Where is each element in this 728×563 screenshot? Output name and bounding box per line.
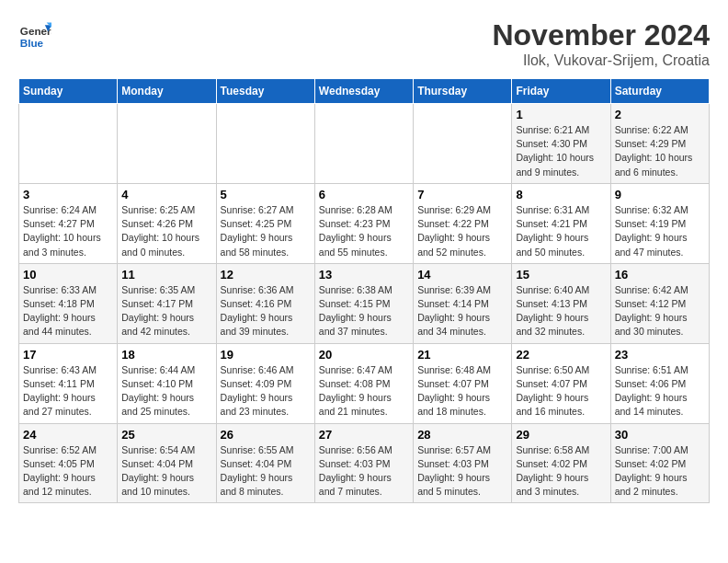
- day-number: 17: [23, 348, 113, 362]
- day-number: 9: [615, 188, 705, 201]
- calendar-header-cell: Thursday: [414, 79, 512, 104]
- day-info: Sunrise: 6:52 AM Sunset: 4:05 PM Dayligh…: [23, 443, 113, 500]
- logo: General Blue: [18, 18, 51, 52]
- calendar-header-cell: Friday: [512, 79, 610, 104]
- day-number: 21: [417, 348, 507, 362]
- calendar-header-cell: Saturday: [610, 79, 709, 104]
- day-info: Sunrise: 6:39 AM Sunset: 4:14 PM Dayligh…: [417, 283, 507, 339]
- calendar-week-row: 3Sunrise: 6:24 AM Sunset: 4:27 PM Daylig…: [19, 183, 710, 263]
- calendar-cell: 6Sunrise: 6:28 AM Sunset: 4:23 PM Daylig…: [314, 183, 413, 263]
- day-number: 29: [516, 428, 606, 442]
- day-info: Sunrise: 6:28 AM Sunset: 4:23 PM Dayligh…: [319, 203, 409, 259]
- header: General Blue November 2024 Ilok, Vukovar…: [18, 18, 710, 69]
- day-number: 27: [319, 428, 409, 442]
- day-number: 25: [121, 428, 211, 442]
- day-info: Sunrise: 6:35 AM Sunset: 4:17 PM Dayligh…: [121, 283, 211, 339]
- calendar-header-cell: Tuesday: [216, 79, 314, 104]
- calendar-cell: 29Sunrise: 6:58 AM Sunset: 4:02 PM Dayli…: [512, 423, 610, 503]
- day-info: Sunrise: 6:21 AM Sunset: 4:30 PM Dayligh…: [516, 123, 606, 179]
- day-info: Sunrise: 6:55 AM Sunset: 4:04 PM Dayligh…: [221, 443, 311, 500]
- logo-icon: General Blue: [18, 18, 51, 52]
- calendar-cell: 5Sunrise: 6:27 AM Sunset: 4:25 PM Daylig…: [216, 183, 314, 263]
- calendar-cell: 19Sunrise: 6:46 AM Sunset: 4:09 PM Dayli…: [216, 343, 314, 423]
- calendar-cell: 20Sunrise: 6:47 AM Sunset: 4:08 PM Dayli…: [314, 343, 413, 423]
- calendar-header-cell: Sunday: [19, 79, 118, 104]
- day-info: Sunrise: 6:43 AM Sunset: 4:11 PM Dayligh…: [23, 363, 113, 419]
- day-number: 19: [221, 348, 311, 362]
- day-info: Sunrise: 6:22 AM Sunset: 4:29 PM Dayligh…: [615, 123, 705, 179]
- day-number: 18: [121, 348, 211, 362]
- calendar-cell: 11Sunrise: 6:35 AM Sunset: 4:17 PM Dayli…: [118, 263, 216, 343]
- day-info: Sunrise: 6:32 AM Sunset: 4:19 PM Dayligh…: [615, 203, 705, 259]
- calendar-week-row: 10Sunrise: 6:33 AM Sunset: 4:18 PM Dayli…: [19, 263, 710, 343]
- calendar-header-cell: Wednesday: [314, 79, 413, 104]
- calendar-cell: 8Sunrise: 6:31 AM Sunset: 4:21 PM Daylig…: [512, 183, 610, 263]
- calendar-cell: 1Sunrise: 6:21 AM Sunset: 4:30 PM Daylig…: [512, 104, 610, 184]
- day-info: Sunrise: 6:46 AM Sunset: 4:09 PM Dayligh…: [221, 363, 311, 419]
- day-info: Sunrise: 6:47 AM Sunset: 4:08 PM Dayligh…: [319, 363, 409, 419]
- day-info: Sunrise: 6:58 AM Sunset: 4:02 PM Dayligh…: [516, 443, 606, 500]
- calendar-cell: 13Sunrise: 6:38 AM Sunset: 4:15 PM Dayli…: [314, 263, 413, 343]
- calendar-cell: 24Sunrise: 6:52 AM Sunset: 4:05 PM Dayli…: [19, 423, 118, 503]
- day-number: 3: [23, 188, 113, 201]
- day-info: Sunrise: 6:33 AM Sunset: 4:18 PM Dayligh…: [23, 283, 113, 339]
- calendar-cell: 9Sunrise: 6:32 AM Sunset: 4:19 PM Daylig…: [610, 183, 709, 263]
- day-info: Sunrise: 7:00 AM Sunset: 4:02 PM Dayligh…: [615, 443, 705, 500]
- day-number: 15: [516, 268, 606, 282]
- day-number: 6: [319, 188, 409, 201]
- calendar-cell: 12Sunrise: 6:36 AM Sunset: 4:16 PM Dayli…: [216, 263, 314, 343]
- day-info: Sunrise: 6:24 AM Sunset: 4:27 PM Dayligh…: [23, 203, 113, 259]
- day-number: 7: [417, 188, 507, 201]
- calendar-cell: 4Sunrise: 6:25 AM Sunset: 4:26 PM Daylig…: [118, 183, 216, 263]
- calendar-cell: 18Sunrise: 6:44 AM Sunset: 4:10 PM Dayli…: [118, 343, 216, 423]
- day-info: Sunrise: 6:48 AM Sunset: 4:07 PM Dayligh…: [417, 363, 507, 419]
- day-number: 16: [615, 268, 705, 282]
- calendar-cell: 10Sunrise: 6:33 AM Sunset: 4:18 PM Dayli…: [19, 263, 118, 343]
- calendar-cell: [216, 104, 314, 184]
- calendar-week-row: 17Sunrise: 6:43 AM Sunset: 4:11 PM Dayli…: [19, 343, 710, 423]
- calendar-cell: 17Sunrise: 6:43 AM Sunset: 4:11 PM Dayli…: [19, 343, 118, 423]
- calendar-cell: 3Sunrise: 6:24 AM Sunset: 4:27 PM Daylig…: [19, 183, 118, 263]
- day-info: Sunrise: 6:25 AM Sunset: 4:26 PM Dayligh…: [121, 203, 211, 259]
- day-number: 26: [221, 428, 311, 442]
- location-subtitle: Ilok, Vukovar-Srijem, Croatia: [492, 52, 710, 69]
- day-number: 5: [221, 188, 311, 201]
- calendar-cell: 28Sunrise: 6:57 AM Sunset: 4:03 PM Dayli…: [414, 423, 512, 503]
- day-number: 13: [319, 268, 409, 282]
- day-number: 10: [23, 268, 113, 282]
- calendar-cell: [118, 104, 216, 184]
- calendar-cell: 21Sunrise: 6:48 AM Sunset: 4:07 PM Dayli…: [414, 343, 512, 423]
- calendar-cell: [414, 104, 512, 184]
- day-info: Sunrise: 6:51 AM Sunset: 4:06 PM Dayligh…: [615, 363, 705, 419]
- day-number: 2: [615, 108, 705, 121]
- day-number: 1: [516, 108, 606, 121]
- month-title: November 2024: [492, 18, 710, 52]
- day-number: 14: [417, 268, 507, 282]
- day-info: Sunrise: 6:50 AM Sunset: 4:07 PM Dayligh…: [516, 363, 606, 419]
- calendar-cell: 2Sunrise: 6:22 AM Sunset: 4:29 PM Daylig…: [610, 104, 709, 184]
- svg-text:Blue: Blue: [20, 37, 44, 49]
- calendar-table: SundayMondayTuesdayWednesdayThursdayFrid…: [18, 78, 710, 503]
- day-number: 24: [23, 428, 113, 442]
- calendar-cell: [314, 104, 413, 184]
- calendar-cell: [19, 104, 118, 184]
- day-number: 4: [121, 188, 211, 201]
- day-number: 8: [516, 188, 606, 201]
- day-info: Sunrise: 6:42 AM Sunset: 4:12 PM Dayligh…: [615, 283, 705, 339]
- calendar-cell: 27Sunrise: 6:56 AM Sunset: 4:03 PM Dayli…: [314, 423, 413, 503]
- calendar-week-row: 1Sunrise: 6:21 AM Sunset: 4:30 PM Daylig…: [19, 104, 710, 184]
- day-number: 28: [417, 428, 507, 442]
- day-number: 12: [221, 268, 311, 282]
- day-number: 23: [615, 348, 705, 362]
- day-info: Sunrise: 6:27 AM Sunset: 4:25 PM Dayligh…: [221, 203, 311, 259]
- day-info: Sunrise: 6:29 AM Sunset: 4:22 PM Dayligh…: [417, 203, 507, 259]
- calendar-cell: 23Sunrise: 6:51 AM Sunset: 4:06 PM Dayli…: [610, 343, 709, 423]
- day-info: Sunrise: 6:40 AM Sunset: 4:13 PM Dayligh…: [516, 283, 606, 339]
- day-info: Sunrise: 6:36 AM Sunset: 4:16 PM Dayligh…: [221, 283, 311, 339]
- day-number: 22: [516, 348, 606, 362]
- day-info: Sunrise: 6:54 AM Sunset: 4:04 PM Dayligh…: [121, 443, 211, 500]
- day-info: Sunrise: 6:56 AM Sunset: 4:03 PM Dayligh…: [319, 443, 409, 500]
- calendar-cell: 14Sunrise: 6:39 AM Sunset: 4:14 PM Dayli…: [414, 263, 512, 343]
- calendar-body: 1Sunrise: 6:21 AM Sunset: 4:30 PM Daylig…: [19, 104, 710, 503]
- day-number: 20: [319, 348, 409, 362]
